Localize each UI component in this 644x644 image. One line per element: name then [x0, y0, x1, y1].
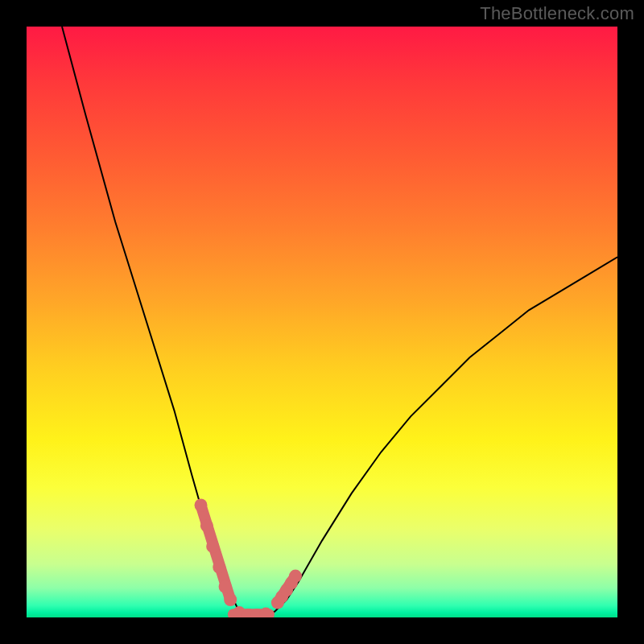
highlight-dot — [289, 570, 302, 583]
curve-path — [62, 27, 617, 617]
bottleneck-curve — [62, 27, 617, 617]
highlight-dot — [213, 561, 225, 574]
highlight-dot — [195, 499, 208, 512]
watermark-text: TheBottleneck.com — [480, 3, 634, 24]
highlight-dot — [206, 540, 219, 553]
chart-svg — [27, 27, 617, 617]
highlight-dot — [200, 519, 213, 532]
highlight-dots — [195, 499, 303, 618]
chart-plot-area — [27, 27, 617, 617]
highlight-dot — [224, 593, 237, 606]
highlight-dot — [219, 580, 232, 593]
